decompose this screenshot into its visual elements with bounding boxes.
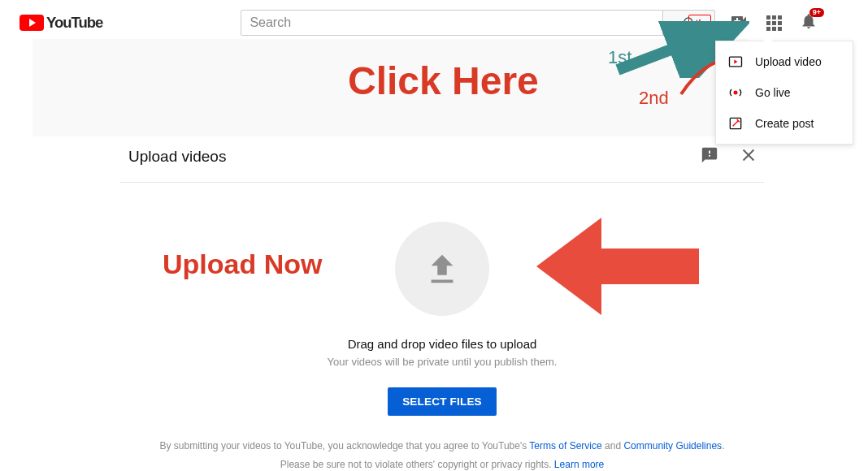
annotation-upload-now: Upload Now xyxy=(163,248,322,280)
drag-drop-label: Drag and drop video files to upload xyxy=(348,337,537,351)
feedback-button[interactable] xyxy=(701,146,718,167)
select-files-button[interactable]: SELECT FILES xyxy=(388,387,497,416)
menu-label: Go live xyxy=(755,86,791,99)
svg-marker-11 xyxy=(536,218,699,315)
menu-label: Create post xyxy=(755,117,814,130)
youtube-play-icon xyxy=(20,15,44,31)
upload-video-icon xyxy=(727,54,744,70)
create-post-icon xyxy=(727,115,744,132)
annotation-second: 2nd xyxy=(639,88,669,109)
modal-header-actions xyxy=(701,146,757,167)
modal-header: Upload videos xyxy=(120,138,764,183)
legal-period: . xyxy=(722,440,724,452)
privacy-note: Your videos will be private until you pu… xyxy=(328,356,558,368)
annotation-first: 1st xyxy=(608,47,631,68)
notifications-button[interactable]: 9+ xyxy=(800,12,818,33)
youtube-wordmark: YouTube xyxy=(46,14,102,32)
feedback-icon xyxy=(701,146,718,164)
youtube-logo[interactable]: YouTube xyxy=(20,14,102,32)
notification-count-badge: 9+ xyxy=(809,8,824,17)
apps-button[interactable] xyxy=(766,15,782,31)
close-button[interactable] xyxy=(740,146,757,167)
tos-link[interactable]: Terms of Service xyxy=(529,440,601,452)
annotation-click-here: Click Here xyxy=(348,58,539,103)
search-input[interactable] xyxy=(241,10,663,36)
legal-and: and xyxy=(602,440,624,452)
upload-arrow-icon xyxy=(423,250,461,287)
menu-label: Upload video xyxy=(755,55,822,68)
close-icon xyxy=(740,146,757,164)
menu-go-live[interactable]: Go live xyxy=(716,77,853,108)
menu-create-post[interactable]: Create post xyxy=(716,108,853,139)
svg-point-4 xyxy=(734,91,738,95)
legal-line2: Please be sure not to violate others' co… xyxy=(280,459,554,470)
guidelines-link[interactable]: Community Guidelines xyxy=(623,440,722,452)
avatar[interactable] xyxy=(855,10,868,36)
upload-dropzone[interactable] xyxy=(395,222,489,316)
create-dropdown: Upload video Go live Create post xyxy=(715,41,853,145)
learn-more-link[interactable]: Learn more xyxy=(554,459,604,470)
go-live-icon xyxy=(727,84,744,101)
legal-prefix: By submitting your videos to YouTube, yo… xyxy=(160,440,530,452)
big-left-arrow-icon xyxy=(536,210,699,323)
modal-title: Upload videos xyxy=(128,148,226,166)
menu-upload-video[interactable]: Upload video xyxy=(716,46,853,77)
svg-marker-3 xyxy=(734,60,737,64)
legal-text: By submitting your videos to YouTube, yo… xyxy=(160,437,725,471)
